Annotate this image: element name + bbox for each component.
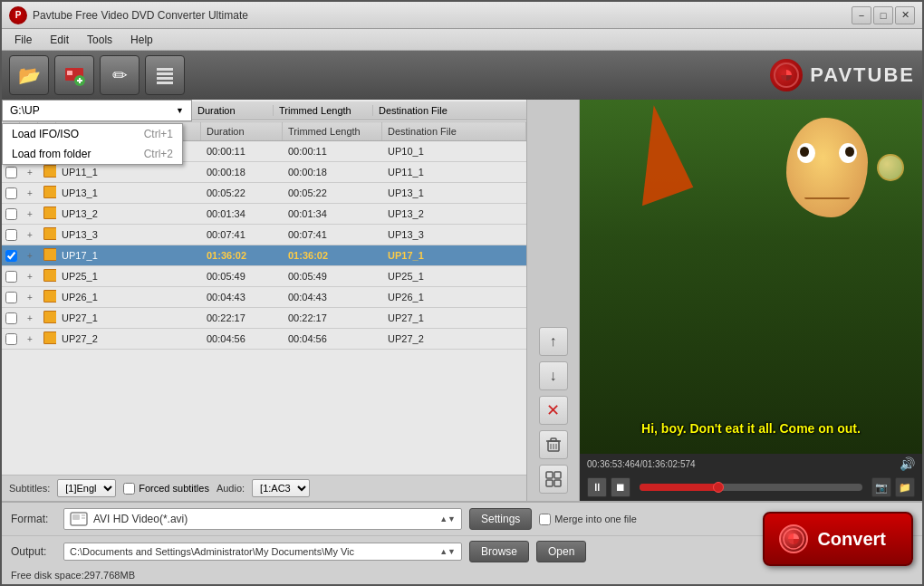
output-path[interactable]: C:\Documents and Settings\Administrator\… — [63, 543, 462, 561]
table-row[interactable]: + UP11_1 00:00:18 00:00:18 UP11_1 — [2, 162, 526, 183]
forced-checkbox[interactable] — [123, 483, 135, 495]
table-row[interactable]: + UP13_2 00:01:34 00:01:34 UP13_2 — [2, 204, 526, 225]
row-expand[interactable]: + — [20, 164, 38, 180]
row-trimmed: 00:01:34 — [283, 206, 382, 222]
row-trimmed: 00:05:22 — [283, 185, 382, 201]
row-checkbox-cell[interactable] — [2, 268, 20, 285]
row-checkbox[interactable] — [5, 312, 17, 324]
browse-button[interactable]: Browse — [469, 541, 529, 562]
row-destination: UP10_1 — [382, 143, 526, 159]
expand-icon[interactable]: + — [25, 293, 34, 303]
expand-icon[interactable]: + — [25, 168, 34, 178]
row-checkbox-cell[interactable] — [2, 331, 20, 348]
path-dropdown[interactable]: G:\UP ▼ — [2, 100, 192, 121]
add-button[interactable] — [54, 55, 94, 95]
convert-button[interactable]: Convert — [763, 512, 913, 566]
row-trimmed: 01:36:02 — [283, 247, 382, 264]
menu-help[interactable]: Help — [121, 31, 162, 49]
move-up-button[interactable]: ↑ — [539, 327, 568, 356]
open-folder-button[interactable]: 📁 — [895, 477, 915, 497]
expand-icon[interactable]: + — [25, 188, 34, 198]
merge-checkbox[interactable] — [539, 514, 551, 525]
file-table[interactable]: + UP10_1 00:00:11 00:00:11 UP10_1 + UP11… — [2, 141, 526, 475]
settings-button[interactable]: Settings — [469, 508, 532, 530]
format-select[interactable]: AVI HD Video(*.avi) ▲▼ — [63, 508, 462, 530]
progress-bar[interactable] — [640, 484, 862, 491]
row-duration: 00:00:18 — [201, 164, 283, 180]
list-button[interactable] — [145, 55, 185, 95]
row-checkbox-cell[interactable] — [2, 226, 20, 244]
forced-subtitles-check[interactable]: Forced subtitles — [123, 483, 209, 495]
row-checkbox-cell[interactable] — [2, 185, 20, 202]
table-row[interactable]: + UP26_1 00:04:43 00:04:43 UP26_1 — [2, 287, 526, 308]
title-bar: P Pavtube Free Video DVD Converter Ultim… — [2, 2, 922, 29]
restore-button[interactable]: □ — [873, 6, 893, 24]
row-icon-cell — [38, 183, 56, 203]
row-checkbox[interactable] — [5, 229, 17, 241]
row-expand[interactable]: + — [20, 331, 38, 347]
load-folder-item[interactable]: Load from folder Ctrl+2 — [3, 144, 182, 164]
row-expand[interactable]: + — [20, 185, 38, 201]
table-row[interactable]: + UP27_1 00:22:17 00:22:17 UP27_1 — [2, 308, 526, 329]
screenshot-button[interactable]: 📷 — [871, 477, 891, 497]
expand-icon[interactable]: + — [25, 334, 34, 344]
row-checkbox-cell[interactable] — [2, 206, 20, 223]
expand-icon[interactable]: + — [25, 251, 34, 261]
table-row[interactable]: + UP27_2 00:04:56 00:04:56 UP27_2 — [2, 329, 526, 350]
expand-icon[interactable]: + — [25, 209, 34, 219]
row-checkbox[interactable] — [5, 250, 17, 262]
row-checkbox[interactable] — [5, 292, 17, 303]
volume-icon[interactable]: 🔊 — [900, 456, 915, 471]
move-down-button[interactable]: ↓ — [539, 361, 568, 390]
row-expand[interactable]: + — [20, 247, 38, 264]
row-checkbox[interactable] — [5, 333, 17, 345]
expand-icon[interactable]: + — [25, 272, 34, 282]
row-expand[interactable]: + — [20, 206, 38, 222]
delete-button[interactable] — [539, 430, 568, 459]
table-row[interactable]: + UP25_1 00:05:49 00:05:49 UP25_1 — [2, 266, 526, 287]
stop-button[interactable]: ⏹ — [611, 477, 630, 497]
file-icon — [43, 186, 56, 198]
menu-file[interactable]: File — [5, 31, 41, 49]
row-icon-cell — [38, 287, 56, 307]
edit-button[interactable]: ✏ — [100, 55, 140, 95]
expand-icon[interactable]: + — [25, 230, 34, 240]
open-button[interactable]: 📂 — [9, 55, 49, 95]
subtitles-select[interactable]: [1]Engl — [57, 479, 116, 497]
window-title: Pavtube Free Video DVD Converter Ultimat… — [33, 9, 852, 22]
row-icon-cell — [38, 204, 56, 224]
svg-rect-17 — [554, 472, 561, 478]
merge-split-button[interactable] — [539, 465, 568, 494]
table-row[interactable]: + UP17_1 01:36:02 01:36:02 UP17_1 — [2, 245, 526, 266]
close-button[interactable]: ✕ — [895, 6, 915, 24]
pause-button[interactable]: ⏸ — [587, 477, 607, 497]
cut-button[interactable]: ✕ — [539, 396, 568, 425]
brand-name: PAVTUBE — [810, 63, 915, 87]
audio-select[interactable]: [1:AC3 — [252, 479, 310, 497]
merge-check[interactable]: Merge into one file — [539, 514, 637, 525]
svg-rect-8 — [157, 82, 173, 84]
file-icon — [43, 227, 56, 240]
table-row[interactable]: + UP13_3 00:07:41 00:07:41 UP13_3 — [2, 225, 526, 245]
table-row[interactable]: + UP13_1 00:05:22 00:05:22 UP13_1 — [2, 183, 526, 204]
menu-edit[interactable]: Edit — [41, 31, 78, 49]
row-checkbox-cell[interactable] — [2, 310, 20, 327]
row-checkbox-cell[interactable] — [2, 289, 20, 306]
expand-icon[interactable]: + — [25, 313, 34, 323]
row-checkbox[interactable] — [5, 187, 17, 199]
row-checkbox[interactable] — [5, 167, 17, 178]
row-expand[interactable]: + — [20, 268, 38, 284]
row-checkbox-cell[interactable] — [2, 164, 20, 181]
row-checkbox[interactable] — [5, 271, 17, 283]
minimize-button[interactable]: − — [852, 6, 871, 24]
row-destination: UP13_3 — [382, 226, 526, 243]
menu-tools[interactable]: Tools — [78, 31, 121, 49]
row-checkbox[interactable] — [5, 208, 17, 220]
row-expand[interactable]: + — [20, 289, 38, 305]
row-expand[interactable]: + — [20, 310, 38, 326]
row-trimmed: 00:00:18 — [283, 164, 382, 180]
load-ifo-item[interactable]: Load IFO/ISO Ctrl+1 — [3, 124, 182, 144]
open-button[interactable]: Open — [536, 541, 586, 562]
row-checkbox-cell[interactable] — [2, 247, 20, 264]
row-expand[interactable]: + — [20, 226, 38, 243]
